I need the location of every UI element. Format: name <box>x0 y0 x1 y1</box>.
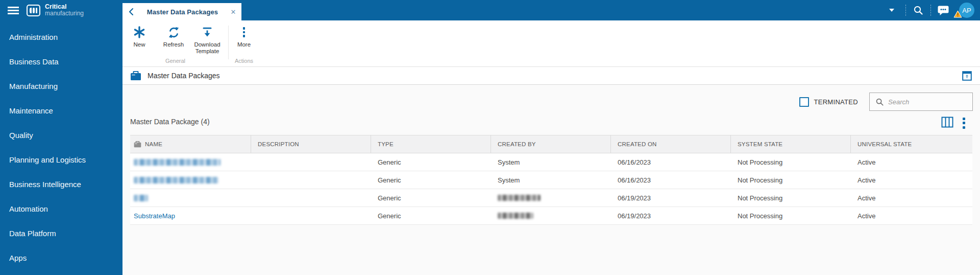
cell-text: Active <box>857 158 875 166</box>
sidebar-item-label: Data Platform <box>9 229 56 238</box>
package-icon <box>130 71 141 81</box>
column-header-universal-state[interactable]: UNIVERSAL STATE <box>851 135 972 153</box>
cell-created-on: 06/19/2023 <box>611 207 731 224</box>
cell-created-on: 06/16/2023 <box>611 171 731 189</box>
sidebar-item-business-intelligence[interactable]: Business Intelligence <box>0 172 122 196</box>
column-header-created-by[interactable]: CREATED BY <box>491 135 611 153</box>
tab-label: Master Data Packages <box>140 8 225 16</box>
table-row[interactable]: GenericSystem06/16/2023Not ProcessingAct… <box>130 153 972 171</box>
table-row[interactable]: SubstrateMapGeneric06/19/2023Not Process… <box>130 207 972 225</box>
search-input[interactable] <box>888 98 965 106</box>
tab-master-data-packages[interactable]: Master Data Packages ✕ <box>122 3 241 20</box>
filter-bar: TERMINATED <box>799 93 973 111</box>
sidebar-item-administration[interactable]: Administration <box>0 25 122 49</box>
refresh-button-label: Refresh <box>163 41 184 48</box>
asterisk-icon <box>133 25 146 40</box>
tab-close-icon[interactable]: ✕ <box>225 3 241 20</box>
column-header-label: NAME <box>145 141 162 147</box>
cell-text: Generic <box>378 194 401 202</box>
sidebar-item-business-data[interactable]: Business Data <box>0 49 122 74</box>
cell-created-on: 06/19/2023 <box>611 189 731 207</box>
top-bar: Critical manufacturing Master Data Packa… <box>0 0 980 20</box>
refresh-button[interactable]: Refresh <box>157 25 190 48</box>
redacted-text <box>134 159 220 166</box>
column-picker-icon[interactable] <box>941 117 953 130</box>
cell-system-state: Not Processing <box>731 207 851 224</box>
cell-name <box>130 153 251 171</box>
search-box[interactable] <box>869 93 973 111</box>
column-header-description[interactable]: DESCRIPTION <box>251 135 371 153</box>
more-button-label: More <box>237 41 251 48</box>
cell-universal-state: Active <box>851 207 972 224</box>
cell-name <box>130 171 251 189</box>
cell-description <box>251 153 371 171</box>
sidebar-item-label: Automation <box>9 204 48 213</box>
cell-text: Not Processing <box>738 212 782 220</box>
table-menu-kebab-icon[interactable] <box>963 116 965 130</box>
cell-text: Not Processing <box>738 176 782 184</box>
column-header-system-state[interactable]: SYSTEM STATE <box>731 135 851 153</box>
download-template-button[interactable]: Download Template <box>188 25 227 55</box>
cell-name <box>130 189 251 207</box>
chevron-down-icon[interactable] <box>889 9 894 12</box>
terminated-label: TERMINATED <box>814 98 858 106</box>
new-button[interactable]: New <box>125 25 154 48</box>
toolbar-group-general: General <box>125 58 226 64</box>
sidebar-item-automation[interactable]: Automation <box>0 196 122 221</box>
cell-text: Active <box>857 212 875 220</box>
sidebar: Administration Business Data Manufacturi… <box>0 20 122 275</box>
sidebar-item-label: Business Data <box>9 57 59 66</box>
main-content: TERMINATED Master Data Package (4) NAME … <box>122 85 980 275</box>
row-name-link[interactable]: SubstrateMap <box>134 212 175 220</box>
sidebar-item-label: Maintenance <box>9 106 53 115</box>
redacted-text <box>498 213 533 219</box>
table-header-row: NAME DESCRIPTION TYPE CREATED BY CREATED… <box>130 135 972 153</box>
hamburger-menu-icon[interactable] <box>8 7 19 14</box>
cell-system-state: Not Processing <box>731 189 851 207</box>
sidebar-item-maintenance[interactable]: Maintenance <box>0 98 122 123</box>
cell-type: Generic <box>371 189 491 207</box>
cell-text: System <box>498 158 520 166</box>
sidebar-item-data-platform[interactable]: Data Platform <box>0 221 122 245</box>
toolbar-group-actions: Actions <box>231 58 257 64</box>
search-icon[interactable] <box>906 0 930 20</box>
sidebar-item-quality[interactable]: Quality <box>0 123 122 147</box>
cell-text: Not Processing <box>738 194 782 202</box>
warning-icon <box>953 10 962 20</box>
package-small-icon <box>134 141 141 148</box>
page-header: Master Data Packages <box>122 67 980 85</box>
table-row[interactable]: GenericSystem06/16/2023Not ProcessingAct… <box>130 171 972 189</box>
table-tools <box>941 116 965 130</box>
column-header-type[interactable]: TYPE <box>371 135 491 153</box>
column-header-created-on[interactable]: CREATED ON <box>611 135 731 153</box>
cell-created-by <box>491 207 611 224</box>
column-header-name[interactable]: NAME <box>130 135 251 153</box>
sidebar-item-planning-and-logistics[interactable]: Planning and Logistics <box>0 147 122 172</box>
cell-system-state: Not Processing <box>731 171 851 189</box>
more-button[interactable]: More <box>231 25 257 48</box>
table-row[interactable]: Generic06/19/2023Not ProcessingActive <box>130 189 972 207</box>
cell-description <box>251 189 371 207</box>
cell-universal-state: Active <box>851 189 972 207</box>
cell-description <box>251 207 371 224</box>
toolbar-group-separator <box>228 26 229 59</box>
sidebar-item-apps[interactable]: Apps <box>0 245 122 270</box>
collapse-panel-icon[interactable] <box>962 71 972 83</box>
cell-universal-state: Active <box>851 153 972 171</box>
cell-created-by: System <box>491 171 611 189</box>
ribbon-toolbar: New Refresh Download Template More <box>122 20 980 67</box>
sidebar-nav: Administration Business Data Manufacturi… <box>0 20 122 270</box>
cell-text: Not Processing <box>738 158 782 166</box>
critical-manufacturing-logo-icon <box>27 5 40 16</box>
cell-text: Generic <box>378 212 401 220</box>
cell-created-by <box>491 189 611 207</box>
back-chevron-icon[interactable] <box>122 3 140 20</box>
cell-created-by: System <box>491 153 611 171</box>
cell-text: 06/16/2023 <box>618 176 651 184</box>
terminated-checkbox[interactable] <box>799 97 809 107</box>
chat-icon[interactable] <box>931 0 955 20</box>
search-input-icon <box>875 98 884 106</box>
cell-type: Generic <box>371 171 491 189</box>
app-root: Critical manufacturing Master Data Packa… <box>0 0 980 275</box>
sidebar-item-manufacturing[interactable]: Manufacturing <box>0 74 122 98</box>
